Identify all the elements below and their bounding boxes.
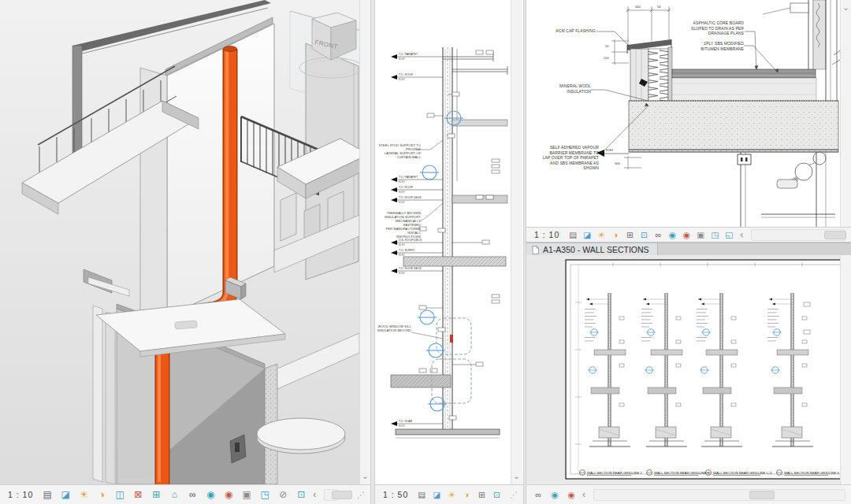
scrollbar-section-vertical[interactable]: ⌄ xyxy=(511,0,522,484)
detail-canvas[interactable]: 344 94 50 150 xyxy=(526,0,840,227)
temporary-view-properties-icon[interactable]: ▣ xyxy=(240,490,253,499)
ann-sbs-membrane: 2PLY SBS MODIFIED BITUMEN MEMBRANE xyxy=(693,41,744,51)
temporary-hide-isolate-icon[interactable]: ∞ xyxy=(186,490,199,499)
svg-text:T.O. PARAPET: T.O. PARAPET xyxy=(399,176,418,179)
temporary-hide-isolate-icon[interactable]: ∞ xyxy=(652,231,663,239)
visual-style-icon[interactable]: ◪ xyxy=(582,231,593,239)
scroll-down-icon[interactable]: ⌄ xyxy=(511,470,522,483)
scrollbar-detail-horizontal[interactable] xyxy=(751,229,845,241)
roof-membrane[interactable] xyxy=(672,69,816,78)
view-control-bar-detail: 1 : 10 ▤◪☀◑⊞⊡∞◉◉▣◳◱ ‹ xyxy=(526,227,851,243)
scrollbar-detail-vertical[interactable]: ⌄ xyxy=(840,0,851,227)
svg-text:ELEV: ELEV xyxy=(399,57,405,61)
svg-text:T.O. ROOF: T.O. ROOF xyxy=(399,186,414,189)
crop-view-icon[interactable]: ⊞ xyxy=(476,491,487,499)
view-detail[interactable]: 344 94 50 150 xyxy=(526,0,851,227)
detail-level-icon[interactable]: ▤ xyxy=(567,231,578,239)
selection-box-icon[interactable]: ◱ xyxy=(723,231,734,239)
model-3d-canvas[interactable]: FRONT xyxy=(0,0,359,484)
reveal-hidden-elements-icon[interactable]: ◉ xyxy=(667,231,678,239)
detail-level-icon[interactable]: ▤ xyxy=(416,491,427,499)
scrollbar-3d-horizontal[interactable] xyxy=(324,489,338,501)
svg-text:ELEV: ELEV xyxy=(606,149,614,152)
scale-3d[interactable]: 1 : 10 xyxy=(3,490,39,499)
ann-vapour-barrier: SELF ADHERED VAPOUR BARRIER MEMBRANE TO … xyxy=(541,145,599,171)
scroll-down-icon[interactable]: ⌄ xyxy=(841,2,851,14)
parapet-assembly[interactable] xyxy=(627,39,672,109)
temporary-view-properties-icon[interactable]: ▣ xyxy=(695,231,706,239)
svg-text:T.O. SOFFIT: T.O. SOFFIT xyxy=(399,249,415,252)
crop-view-icon[interactable]: ⊠ xyxy=(132,490,144,499)
ann-acm-cap-flashing: ACM CAP FLASHING xyxy=(550,28,596,34)
shadows-icon[interactable]: ◑ xyxy=(95,490,108,499)
revit-window: FRONT ⌄ 1 : 10 ▤◪☀◑◫⊠⊞⌂∞◉◉▣◳⊘⊡ ‹ › ⋰ xyxy=(0,0,851,504)
svg-text:ELEV: ELEV xyxy=(399,272,405,275)
scrollbar-3d-vertical[interactable]: ⌄ xyxy=(359,0,370,484)
reveal-constraints-icon[interactable]: ⊘ xyxy=(277,490,289,499)
svg-text:ELEV: ELEV xyxy=(399,78,405,81)
scroll-left-icon[interactable]: ‹ xyxy=(578,489,589,500)
displacement-sets-icon[interactable]: ◳ xyxy=(709,231,720,239)
resize-grip-icon[interactable]: ⋰ xyxy=(355,491,367,499)
crop-region-icon[interactable]: ⊡ xyxy=(491,491,502,499)
note-thermal: THERMALLY BROKEN INSULATION SUPPORT MECH… xyxy=(385,211,421,239)
sun-path-icon[interactable]: ☀ xyxy=(596,231,607,239)
crop-view-icon[interactable]: ⊞ xyxy=(624,231,635,239)
round-table[interactable] xyxy=(257,418,345,454)
svg-text:344: 344 xyxy=(635,5,641,9)
save-orientation-icon[interactable]: ⌂ xyxy=(168,490,180,499)
view-wall-section[interactable]: T.O. PARAPETELEV T.O. ROOFELEV T.O. PARA… xyxy=(375,0,523,484)
svg-text:ELEV: ELEV xyxy=(399,424,405,428)
scale-section[interactable]: 1 : 50 xyxy=(378,490,414,499)
tab-sheet-a1-a350[interactable]: A1-A350 - WALL SECTIONS xyxy=(526,243,658,256)
svg-text:ELEV: ELEV xyxy=(399,243,405,246)
crop-region-icon[interactable]: ⊞ xyxy=(150,490,162,499)
sheet-paper[interactable] xyxy=(566,260,845,479)
shadows-icon[interactable]: ◑ xyxy=(461,491,472,499)
shadows-icon[interactable]: ◑ xyxy=(610,231,621,239)
sun-path-icon[interactable]: ☀ xyxy=(446,491,457,499)
scroll-left-icon[interactable]: ‹ xyxy=(309,489,320,500)
scroll-down-icon[interactable]: ⌄ xyxy=(360,470,370,483)
selection-box-icon[interactable]: ⊡ xyxy=(295,490,307,499)
sheet-canvas[interactable]: WALL SECTION NEAR GRIDLINE 2 WALL SECTIO… xyxy=(526,255,851,484)
visual-style-icon[interactable]: ◪ xyxy=(59,490,72,499)
svg-text:ELEV: ELEV xyxy=(399,180,405,183)
concrete-slab[interactable] xyxy=(629,101,838,152)
section-box-icon[interactable]: ◫ xyxy=(113,490,126,499)
wall-section-canvas[interactable]: T.O. PARAPETELEV T.O. ROOFELEV T.O. PARA… xyxy=(375,0,511,484)
temporary-hide-isolate-icon[interactable]: ∞ xyxy=(533,491,544,499)
sun-path-icon[interactable]: ☀ xyxy=(77,490,90,499)
visual-style-icon[interactable]: ◪ xyxy=(431,491,442,499)
scrollbar-sheet-vertical[interactable] xyxy=(840,255,851,484)
svg-text:WALL SECTION NEAR GRIDLINE C-D: WALL SECTION NEAR GRIDLINE C-D xyxy=(713,471,772,475)
analytical-model-icon[interactable]: ◉ xyxy=(566,491,577,499)
note-steel-stud: STEEL STUD SUPPORT TO PROVIDE LATERAL SU… xyxy=(378,143,421,159)
analytical-model-icon[interactable]: ◉ xyxy=(222,490,235,499)
keynote-box[interactable] xyxy=(738,154,751,165)
scrollbar-sheet-horizontal[interactable] xyxy=(593,489,845,501)
view-control-bar-section: 1 : 50 ▤◪☀◑⊞⊡ ⋰ xyxy=(375,484,523,504)
highlighted-element[interactable] xyxy=(450,335,453,343)
svg-text:50: 50 xyxy=(605,44,609,48)
view-sheet[interactable]: WALL SECTION NEAR GRIDLINE 2 WALL SECTIO… xyxy=(526,255,851,484)
detail-level-icon[interactable]: ▤ xyxy=(41,490,54,499)
resize-grip-icon[interactable]: ⋰ xyxy=(507,491,520,499)
ann-mineral-wool: MINERAL WOOL INSULATION xyxy=(555,83,591,94)
displacement-sets-icon[interactable]: ◳ xyxy=(258,490,271,499)
svg-text:ELEV: ELEV xyxy=(399,191,405,194)
reveal-hidden-elements-icon[interactable]: ◉ xyxy=(204,490,217,499)
crop-region-icon[interactable]: ⊡ xyxy=(638,231,649,239)
view-3d-section[interactable]: FRONT ⌄ xyxy=(0,0,370,484)
svg-text:ELEV: ELEV xyxy=(399,201,405,204)
svg-text:T.O. ROOF: T.O. ROOF xyxy=(399,73,414,76)
reveal-hidden-elements-icon[interactable]: ◉ xyxy=(549,491,560,499)
scroll-left-icon[interactable]: ‹ xyxy=(736,229,747,240)
svg-text:T.O. ROOF DECK: T.O. ROOF DECK xyxy=(399,267,422,270)
scale-detail[interactable]: 1 : 10 xyxy=(530,230,566,239)
svg-text:94: 94 xyxy=(657,5,661,9)
svg-text:304: 304 xyxy=(615,161,620,165)
ann-asphaltic-core-board: ASPHALTIC CORE BOARD SLOPED TO DRAIN AS … xyxy=(684,20,744,36)
analytical-model-icon[interactable]: ◉ xyxy=(681,231,692,239)
svg-text:150: 150 xyxy=(604,56,609,60)
